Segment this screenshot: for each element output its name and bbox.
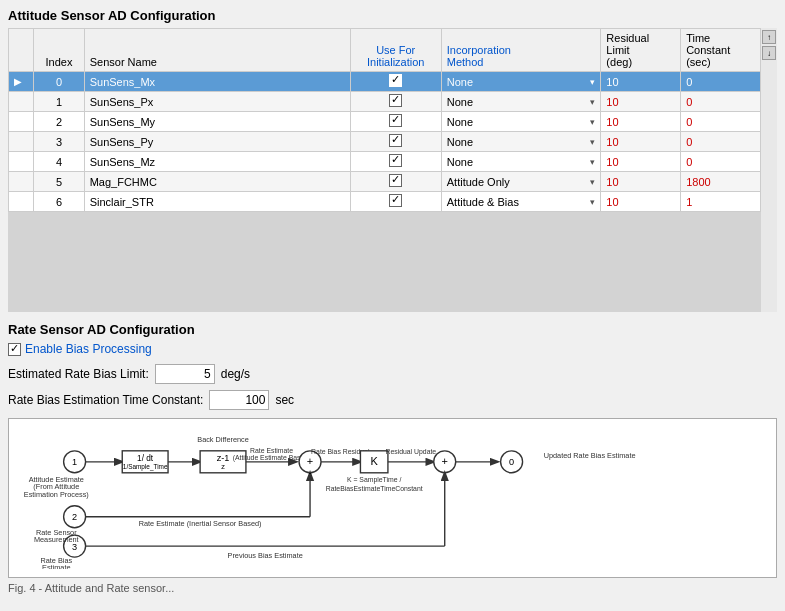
table-row[interactable]: 2SunSens_MyNone▾100 — [9, 112, 761, 132]
use-for-init-cell[interactable] — [350, 72, 441, 92]
time-constant-cell: 1800 — [681, 172, 761, 192]
svg-text:RateBiasEstimateTimeConstant: RateBiasEstimateTimeConstant — [326, 485, 423, 492]
table-scrollbar: ↑ ↓ — [761, 28, 777, 312]
svg-text:Estimation Process): Estimation Process) — [24, 490, 89, 499]
method-dropdown-arrow[interactable]: ▾ — [590, 97, 595, 107]
svg-text:K = SampleTime /: K = SampleTime / — [347, 476, 402, 484]
residual-cell: 10 — [601, 152, 681, 172]
enable-bias-checkbox[interactable] — [8, 343, 21, 356]
incorp-method-cell[interactable]: None▾ — [441, 112, 601, 132]
svg-text:-: - — [309, 468, 312, 478]
rate-bias-row: Estimated Rate Bias Limit: deg/s — [8, 364, 777, 384]
incorp-method-cell[interactable]: None▾ — [441, 152, 601, 172]
svg-text:z: z — [221, 462, 225, 471]
residual-limit-header: ResidualLimit(deg) — [601, 29, 681, 72]
svg-text:1: 1 — [72, 457, 77, 467]
main-container: Attitude Sensor AD Configuration Index S… — [0, 0, 785, 602]
table-row[interactable]: 6Sinclair_STRAttitude & Bias▾101 — [9, 192, 761, 212]
svg-text:+: + — [307, 455, 313, 467]
svg-text:Rate Estimate (Inertial Sensor: Rate Estimate (Inertial Sensor Based) — [139, 519, 262, 528]
incorp-method-cell[interactable]: None▾ — [441, 72, 601, 92]
svg-text:Estimate: Estimate — [42, 563, 70, 569]
time-constant-cell: 1 — [681, 192, 761, 212]
svg-text:Back Difference: Back Difference — [197, 435, 248, 444]
attitude-section-title: Attitude Sensor AD Configuration — [8, 8, 777, 23]
row-arrow — [9, 192, 34, 212]
index-header: Index — [34, 29, 84, 72]
use-for-init-checkbox[interactable] — [389, 194, 402, 207]
use-for-init-header: Use ForInitialization — [350, 29, 441, 72]
rate-section: Rate Sensor AD Configuration Enable Bias… — [8, 322, 777, 594]
scroll-up-btn[interactable]: ↑ — [762, 30, 776, 44]
footer-text: Fig. 4 - Attitude and Rate sensor... — [8, 582, 174, 594]
time-constant-cell: 0 — [681, 72, 761, 92]
incorp-method-cell[interactable]: None▾ — [441, 132, 601, 152]
time-constant-input[interactable] — [209, 390, 269, 410]
row-arrow — [9, 172, 34, 192]
rate-section-title: Rate Sensor AD Configuration — [8, 322, 777, 337]
table-header-row: Index Sensor Name Use ForInitialization … — [9, 29, 761, 72]
method-dropdown-arrow[interactable]: ▾ — [590, 177, 595, 187]
row-index: 6 — [34, 192, 84, 212]
svg-text:0: 0 — [509, 457, 514, 467]
use-for-init-checkbox[interactable] — [389, 134, 402, 147]
sensor-name-cell: Sinclair_STR — [84, 192, 350, 212]
row-index: 4 — [34, 152, 84, 172]
use-for-init-cell[interactable] — [350, 152, 441, 172]
enable-bias-label: Enable Bias Processing — [25, 342, 152, 356]
row-index: 1 — [34, 92, 84, 112]
row-index: 2 — [34, 112, 84, 132]
row-arrow: ▶ — [9, 72, 34, 92]
residual-cell: 10 — [601, 172, 681, 192]
use-for-init-cell[interactable] — [350, 92, 441, 112]
rate-bias-input[interactable] — [155, 364, 215, 384]
table-row[interactable]: ▶0SunSens_MxNone▾100 — [9, 72, 761, 92]
rate-diagram: 1 2 3 Attitude Estimate (From Attitude E… — [8, 418, 777, 578]
use-for-init-checkbox[interactable] — [389, 114, 402, 127]
row-index: 0 — [34, 72, 84, 92]
time-constant-row: Rate Bias Estimation Time Constant: sec — [8, 390, 777, 410]
row-arrow — [9, 152, 34, 172]
incorp-method-header: IncorporationMethod — [441, 29, 601, 72]
use-for-init-cell[interactable] — [350, 112, 441, 132]
method-text: Attitude Only — [447, 176, 589, 188]
row-index: 3 — [34, 132, 84, 152]
time-constant-cell: 0 — [681, 152, 761, 172]
use-for-init-checkbox[interactable] — [389, 94, 402, 107]
sensor-name-cell: SunSens_Mz — [84, 152, 350, 172]
method-text: None — [447, 96, 589, 108]
use-for-init-cell[interactable] — [350, 172, 441, 192]
method-dropdown-arrow[interactable]: ▾ — [590, 117, 595, 127]
time-constant-label: Rate Bias Estimation Time Constant: — [8, 393, 203, 407]
scroll-down-btn[interactable]: ↓ — [762, 46, 776, 60]
incorp-method-cell[interactable]: None▾ — [441, 92, 601, 112]
svg-text:Residual Update: Residual Update — [385, 448, 436, 456]
row-index: 5 — [34, 172, 84, 192]
table-row[interactable]: 5Mag_FCHMCAttitude Only▾101800 — [9, 172, 761, 192]
method-dropdown-arrow[interactable]: ▾ — [590, 157, 595, 167]
method-dropdown-arrow[interactable]: ▾ — [590, 137, 595, 147]
time-constant-cell: 0 — [681, 112, 761, 132]
use-for-init-cell[interactable] — [350, 192, 441, 212]
rate-bias-label: Estimated Rate Bias Limit: — [8, 367, 149, 381]
incorp-method-cell[interactable]: Attitude & Bias▾ — [441, 192, 601, 212]
incorp-method-cell[interactable]: Attitude Only▾ — [441, 172, 601, 192]
svg-text:2: 2 — [72, 512, 77, 522]
method-dropdown-arrow[interactable]: ▾ — [590, 77, 595, 87]
use-for-init-checkbox[interactable] — [389, 174, 402, 187]
residual-cell: 10 — [601, 132, 681, 152]
table-row[interactable]: 1SunSens_PxNone▾100 — [9, 92, 761, 112]
method-dropdown-arrow[interactable]: ▾ — [590, 197, 595, 207]
table-row[interactable]: 3SunSens_PyNone▾100 — [9, 132, 761, 152]
use-for-init-cell[interactable] — [350, 132, 441, 152]
table-row[interactable]: 4SunSens_MzNone▾100 — [9, 152, 761, 172]
use-for-init-checkbox[interactable] — [389, 74, 402, 87]
svg-text:Updated Rate Bias Estimate: Updated Rate Bias Estimate — [544, 451, 636, 460]
residual-cell: 10 — [601, 112, 681, 132]
use-for-init-checkbox[interactable] — [389, 154, 402, 167]
svg-text:Rate Estimate: Rate Estimate — [250, 447, 293, 454]
row-arrow — [9, 112, 34, 132]
sensor-name-cell: SunSens_Py — [84, 132, 350, 152]
diagram-svg: 1 2 3 Attitude Estimate (From Attitude E… — [17, 427, 768, 569]
residual-cell: 10 — [601, 192, 681, 212]
